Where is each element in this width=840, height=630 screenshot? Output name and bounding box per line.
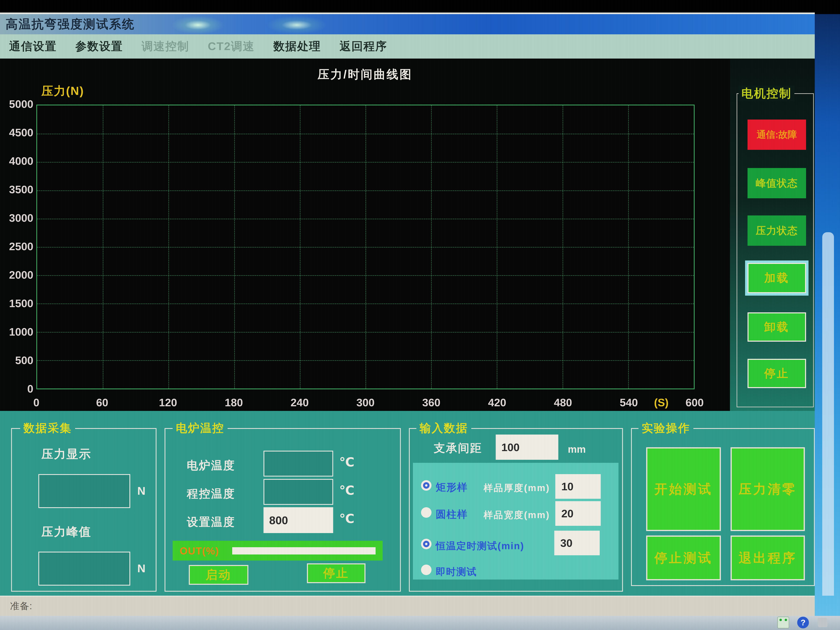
output-power-bar: OUT(%) [173,541,383,561]
comm-fault-button[interactable]: 通信:故障 [747,120,806,150]
motor-control-title: 电机控制 [739,85,794,101]
y-tick: 2000 [3,268,33,281]
sample-width-field[interactable]: 20 [555,501,601,526]
cylinder-sample-label[interactable]: 圆柱样 [436,508,468,521]
furnace-stop-button[interactable]: 停止 [307,564,365,583]
x-tick: 0 [16,396,57,409]
timed-test-label[interactable]: 恒温定时测试(min) [436,540,524,553]
gridline [628,106,629,388]
input-data-title: 输入数据 [416,422,471,434]
motor-stop-button[interactable]: 停止 [747,359,806,388]
furnace-start-button[interactable]: 启动 [189,565,248,585]
x-tick: 600 [674,396,715,409]
tray-icon[interactable] [818,618,827,627]
y-axis-label: 压力(N) [41,83,84,99]
load-button[interactable]: 加载 [747,263,806,293]
set-temp-label: 设置温度 [187,515,235,530]
menu-item-return-program[interactable]: 返回程序 [339,39,387,54]
x-tick: 240 [279,396,320,409]
program-temp-label: 程控温度 [187,486,235,502]
rect-sample-label[interactable]: 矩形样 [436,481,468,494]
window-title: 高温抗弯强度测试系统 [6,14,135,34]
title-bar[interactable]: 高温抗弯强度测试系统 [0,14,815,34]
cylinder-sample-radio[interactable] [421,507,431,518]
menu-item-param-settings[interactable]: 参数设置 [75,39,123,54]
x-axis-unit-label: (S) [646,396,676,409]
furnace-temp-field[interactable] [264,451,333,477]
peak-status-button[interactable]: 峰值状态 [747,168,806,198]
x-tick: 120 [148,396,188,409]
output-power-track [232,547,376,554]
set-temp-field[interactable]: 800 [264,507,333,533]
support-span-field[interactable]: 100 [496,434,558,460]
instant-test-radio[interactable] [421,565,431,575]
menu-item-ct2-speed: CT2调速 [208,39,255,54]
screen-glare [267,16,327,34]
x-tick: 480 [543,396,583,409]
program-temp-unit: ℃ [339,483,354,498]
y-tick: 1000 [3,325,33,338]
y-tick: 500 [3,354,33,366]
y-tick: 0 [3,382,33,395]
gridline [365,106,366,388]
rect-sample-radio[interactable] [421,480,431,491]
menu-item-speed-control: 调速控制 [142,39,189,54]
y-tick: 4500 [3,126,33,139]
experiment-title: 实验操作 [638,422,693,434]
unload-button[interactable]: 卸载 [747,313,806,342]
help-tray-icon[interactable]: ? [797,617,809,628]
start-test-button[interactable]: 开始测试 [646,447,721,531]
pressure-time-chart: 压力/时间曲线图 压力(N) 5000 4500 4000 3500 300 [0,58,730,411]
status-text: 准备: [10,600,33,613]
pressure-display-label: 压力显示 [41,446,92,462]
gridline [497,106,497,388]
y-tick: 3000 [3,212,33,224]
output-power-label: OUT(%) [180,545,219,557]
timed-test-radio[interactable] [421,539,431,549]
furnace-temp-label: 电炉温度 [187,458,235,473]
status-bar: 准备: [0,596,815,616]
sample-thickness-field[interactable]: 10 [555,474,601,499]
taskbar[interactable] [0,616,840,630]
menu-item-data-processing[interactable]: 数据处理 [273,39,321,54]
desktop-scroll-column [822,232,834,596]
gridline [234,106,235,388]
pressure-peak-unit: N [137,562,145,575]
sample-thickness-label: 样品厚度(mm) [483,482,550,494]
pressure-peak-label: 压力峰值 [41,524,92,540]
gridline [168,106,169,388]
y-tick: 1500 [3,297,33,309]
x-tick: 60 [82,396,122,409]
window-border-top [0,13,815,14]
y-tick: 4000 [3,155,33,167]
data-acquisition-title: 数据采集 [20,422,75,434]
zero-pressure-button[interactable]: 压力清零 [731,447,805,531]
y-tick: 2500 [3,240,33,253]
instant-test-label[interactable]: 即时测试 [436,565,477,578]
pressure-display-unit: N [137,484,145,497]
chart-title: 压力/时间曲线图 [0,66,730,82]
exit-program-button[interactable]: 退出程序 [731,535,805,580]
furnace-temp-unit: ℃ [339,455,354,469]
sample-width-label: 样品宽度(mm) [483,509,550,521]
gridline [431,106,432,388]
menu-item-comm-settings[interactable]: 通信设置 [9,39,57,54]
x-tick: 180 [214,396,254,409]
stop-test-button[interactable]: 停止测试 [646,535,721,580]
network-tray-icon[interactable] [777,617,789,628]
program-temp-field[interactable] [264,479,333,505]
set-temp-unit: ℃ [339,511,354,526]
gridline [562,106,563,388]
pressure-peak-field[interactable] [38,552,130,586]
menu-bar: 通信设置 参数设置 调速控制 CT2调速 数据处理 返回程序 [0,34,815,58]
support-span-unit: mm [568,444,586,455]
pressure-status-button[interactable]: 压力状态 [747,215,806,246]
x-tick: 420 [477,396,517,409]
timed-test-field[interactable]: 30 [554,531,600,555]
support-span-label: 支承间距 [434,441,482,456]
gridline [103,106,103,388]
gridline [300,106,300,388]
pressure-display-field[interactable] [38,474,130,508]
x-tick: 540 [609,396,649,409]
x-tick: 360 [411,396,452,409]
